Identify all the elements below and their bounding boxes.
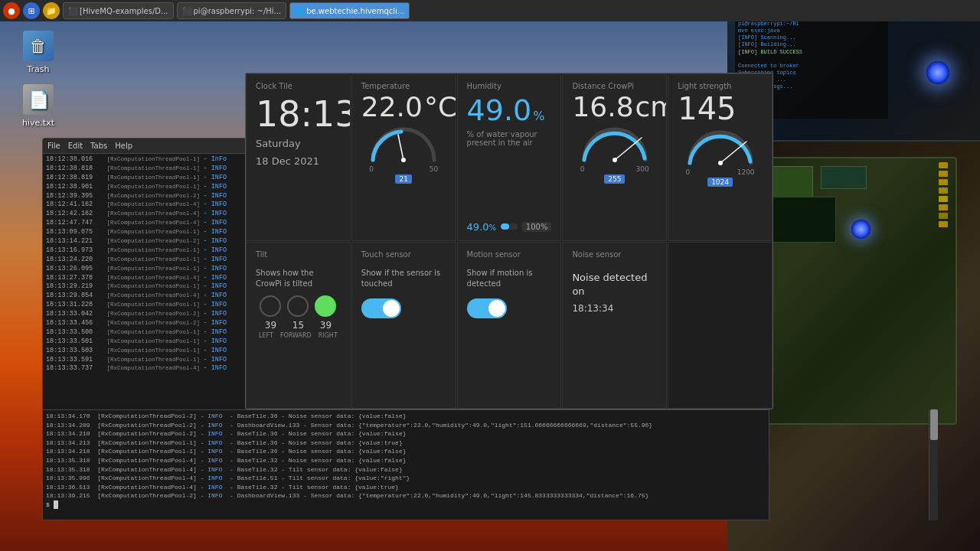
humidity-value: 49.0	[467, 93, 532, 127]
motion-desc: Show if motion is detected	[467, 268, 552, 289]
svg-line-0	[398, 135, 403, 160]
light-value: 145	[678, 93, 736, 124]
taskbar-tab-terminal[interactable]: ⬛ [HiveMQ-examples/D...	[63, 2, 174, 19]
distance-unit: cm	[635, 93, 668, 121]
light-gauge-svg	[686, 129, 755, 167]
temp-unit: °C	[424, 93, 456, 121]
humidity-max-label: 100%	[522, 222, 552, 232]
tilt-num-right: 39	[315, 320, 336, 331]
tile-touch: Touch sensor Show if the sensor is touch…	[351, 242, 456, 409]
clock-day: Saturday	[256, 138, 341, 149]
distance-gauge-max: 300	[636, 165, 649, 173]
distance-gauge-svg	[580, 126, 649, 164]
clock-time: 18:13	[256, 96, 341, 132]
svg-point-1	[401, 158, 406, 162]
temp-gauge: 0 50 21	[361, 126, 446, 184]
bottom-log-area: 18:13:34.170 [RxComputationThreadPool-2]…	[42, 409, 769, 520]
file-icon-image: 📄	[23, 84, 54, 115]
temp-label: Temperature	[361, 82, 446, 90]
taskbar: ● ⊞ 📁 ⬛ [HiveMQ-examples/D... ⬛ pi@raspb…	[0, 0, 980, 21]
tilt-num-left: 39	[260, 320, 281, 331]
terminal-menubar: Clock Tile File Edit Tabs Help	[43, 139, 248, 154]
motion-toggle[interactable]	[467, 298, 507, 318]
menu-tabs[interactable]: Tabs	[90, 142, 107, 150]
log-line-1: 18:13:34.170 [RxComputationThreadPool-2]…	[46, 412, 766, 421]
clock-label: Clock Tile	[256, 82, 341, 90]
log-line-7: 18:13:35.318 [RxComputationThreadPool-4]…	[46, 465, 766, 474]
tilt-label-right: RIGHT	[318, 332, 338, 339]
tilt-circle-left	[260, 295, 281, 317]
touch-toggle[interactable]	[361, 298, 401, 318]
humidity-unit: %	[533, 109, 544, 123]
svg-point-3	[612, 158, 617, 162]
taskbar-tab-pi[interactable]: ⬛ pi@raspberrypi: ~/Hi...	[177, 2, 287, 19]
hw-blue-led	[926, 61, 949, 84]
log-line-9: 18:13:36.513 [RxComputationThreadPool-4]…	[46, 483, 766, 492]
taskbar-icon-red: ●	[3, 2, 20, 19]
touch-desc: Show if the sensor is touched	[361, 268, 446, 289]
tile-clock: Clock Tile 18:13 Saturday 18 Dec 2021	[246, 73, 351, 241]
humidity-bar-row: 49.0% 100%	[467, 221, 552, 233]
log-line-6: 18:13:35.318 [RxComputationThreadPool-4]…	[46, 456, 766, 465]
tile-motion: Motion sensor Show if motion is detected	[457, 242, 562, 409]
taskbar-icon-folder: 📁	[43, 2, 60, 19]
temp-value: 22.0	[361, 93, 423, 121]
tilt-nums-row: 39 15 39	[260, 320, 336, 331]
humidity-desc: % of water vapour present in the air	[467, 130, 552, 147]
taskbar-icon-blue: ⊞	[23, 2, 40, 19]
temp-gauge-min: 0	[369, 165, 374, 173]
tile-tilt: Tilt Shows how the CrowPi is tilted 39 1…	[246, 242, 351, 409]
tile-distance: Distance CrowPi 16.8 cm 0 300 255	[562, 73, 667, 241]
tile-light: Light strength 145 0 1200 1024	[668, 73, 773, 241]
humidity-pct-display: 49.0%	[467, 221, 496, 233]
light-gauge-min: 0	[686, 168, 691, 176]
log-line-4: 18:13:34.213 [RxComputationThreadPool-1]…	[46, 439, 766, 448]
light-gauge-max: 1200	[737, 168, 755, 176]
log-cursor-line: $	[46, 500, 766, 510]
svg-line-4	[720, 142, 746, 163]
tilt-circles-row	[260, 295, 336, 317]
svg-line-2	[615, 138, 642, 160]
motion-label: Motion sensor	[467, 250, 552, 259]
light-label: Light strength	[678, 82, 763, 90]
tilt-circle-forward	[287, 295, 309, 317]
menu-help[interactable]: Help	[115, 142, 132, 150]
log-scrollbar-thumb[interactable]	[930, 409, 938, 440]
humidity-bar-fill	[501, 223, 509, 230]
distance-label: Distance CrowPi	[572, 82, 657, 90]
touch-label: Touch sensor	[361, 250, 446, 259]
desktop-icon-trash[interactable]: 🗑 Trash	[11, 31, 65, 74]
temp-gauge-current: 21	[395, 174, 411, 184]
noise-time: 18:13:34	[572, 303, 657, 314]
distance-gauge-current: 255	[604, 174, 625, 184]
humidity-label: Humidity	[467, 82, 552, 90]
clock-date: 18 Dec 2021	[256, 155, 341, 167]
tilt-circle-right	[315, 295, 336, 317]
tile-noise: Noise sensor Noise detected on 18:13:34	[562, 242, 667, 409]
cursor	[54, 500, 58, 509]
noise-label: Noise sensor	[572, 250, 657, 259]
tilt-desc: Shows how the CrowPi is tilted	[256, 268, 341, 289]
light-gauge: 0 1200 1024	[678, 129, 763, 187]
log-scrollbar[interactable]	[929, 409, 938, 520]
log-line-2: 18:13:34.209 [RxComputationThreadPool-2]…	[46, 421, 766, 430]
menu-edit[interactable]: Edit	[68, 142, 83, 150]
desktop-icon-file[interactable]: 📄 hive.txt	[11, 84, 65, 128]
touch-toggle-knob	[383, 300, 400, 317]
tilt-labels-row: LEFT FORWARD RIGHT	[256, 332, 341, 339]
tilt-label-left: LEFT	[259, 332, 273, 339]
tilt-label: Tilt	[256, 250, 341, 259]
distance-value: 16.8	[572, 93, 633, 121]
log-line-3: 18:13:34.210 [RxComputationThreadPool-2]…	[46, 429, 766, 439]
noise-title: Noise detected on	[572, 271, 657, 298]
distance-gauge: 0 300 255	[572, 126, 657, 184]
log-line-5: 18:13:34.218 [RxComputationThreadPool-1]…	[46, 447, 766, 456]
tile-humidity: Humidity 49.0 % % of water vapour presen…	[457, 73, 562, 241]
dashboard-window: Clock Tile 18:13 Saturday 18 Dec 2021 Te…	[245, 73, 773, 409]
humidity-progress-bar	[501, 223, 518, 230]
taskbar-tab-hivemq[interactable]: 🌐 be.webtechie.hivemqcli...	[289, 2, 410, 19]
tile-temperature: Temperature 22.0 °C 0 50 21	[351, 73, 456, 241]
menu-file[interactable]: File	[47, 142, 60, 150]
log-line-10: 18:13:39.215 [RxComputationThreadPool-2]…	[46, 491, 766, 500]
log-line-8: 18:13:35.996 [RxComputationThreadPool-4]…	[46, 474, 766, 483]
